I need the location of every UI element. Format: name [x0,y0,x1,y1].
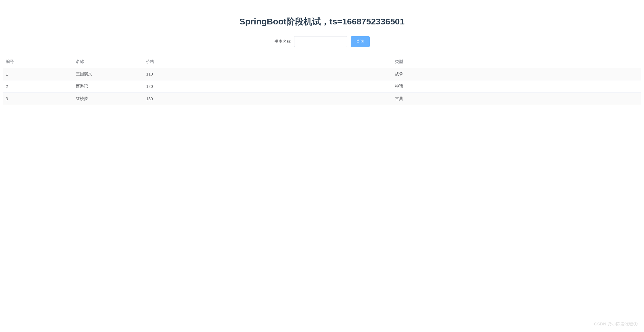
page-container: SpringBoot阶段机试，ts=1668752336501 书本名称 查询 … [0,16,644,105]
cell-name: 西游记 [73,80,143,93]
column-header-id: 编号 [3,56,73,68]
cell-type: 古典 [392,93,641,105]
column-header-type: 类型 [392,56,641,68]
book-name-input[interactable] [294,36,347,47]
cell-price: 130 [143,93,392,105]
cell-type: 神话 [392,80,641,93]
cell-name: 三国演义 [73,68,143,80]
table-row: 2 西游记 120 神话 [3,80,641,93]
search-bar: 书本名称 查询 [3,36,641,47]
book-table: 编号 名称 价格 类型 1 三国演义 110 战争 2 西游记 120 神话 3… [3,56,641,105]
search-label: 书本名称 [275,39,291,44]
table-header-row: 编号 名称 价格 类型 [3,56,641,68]
cell-price: 120 [143,80,392,93]
search-button[interactable]: 查询 [351,36,370,47]
column-header-price: 价格 [143,56,392,68]
cell-id: 2 [3,80,73,93]
page-title: SpringBoot阶段机试，ts=1668752336501 [3,16,641,28]
cell-id: 1 [3,68,73,80]
table-row: 3 红楼梦 130 古典 [3,93,641,105]
cell-price: 110 [143,68,392,80]
cell-name: 红楼梦 [73,93,143,105]
cell-type: 战争 [392,68,641,80]
table-row: 1 三国演义 110 战争 [3,68,641,80]
cell-id: 3 [3,93,73,105]
column-header-name: 名称 [73,56,143,68]
